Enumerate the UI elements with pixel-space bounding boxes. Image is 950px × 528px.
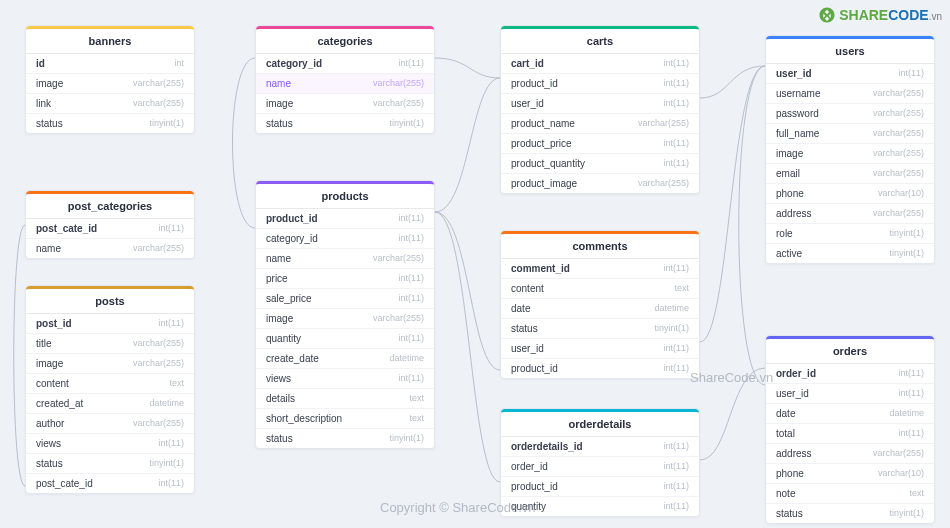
- column-row[interactable]: product_quantityint(11): [501, 154, 699, 174]
- column-name: address: [776, 208, 812, 219]
- column-row[interactable]: product_priceint(11): [501, 134, 699, 154]
- column-row[interactable]: product_idint(11): [501, 359, 699, 378]
- column-name: cart_id: [511, 58, 544, 69]
- column-type: int(11): [398, 58, 424, 69]
- column-row[interactable]: activetinyint(1): [766, 244, 934, 263]
- column-row[interactable]: product_idint(11): [501, 477, 699, 497]
- column-row[interactable]: user_idint(11): [766, 384, 934, 404]
- column-row[interactable]: statustinyint(1): [256, 429, 434, 448]
- column-row[interactable]: category_idint(11): [256, 54, 434, 74]
- column-name: quantity: [266, 333, 301, 344]
- column-row[interactable]: product_idint(11): [256, 209, 434, 229]
- column-row[interactable]: totalint(11): [766, 424, 934, 444]
- column-type: varchar(255): [373, 98, 424, 109]
- table-categories[interactable]: categoriescategory_idint(11)namevarchar(…: [255, 25, 435, 134]
- column-row[interactable]: viewsint(11): [256, 369, 434, 389]
- column-name: phone: [776, 188, 804, 199]
- column-name: category_id: [266, 233, 318, 244]
- column-row[interactable]: namevarchar(255): [26, 239, 194, 258]
- column-type: int(11): [398, 333, 424, 344]
- column-type: int(11): [398, 373, 424, 384]
- column-row[interactable]: namevarchar(255): [256, 74, 434, 94]
- column-row[interactable]: quantityint(11): [501, 497, 699, 516]
- table-orderdetails[interactable]: orderdetailsorderdetails_idint(11)order_…: [500, 408, 700, 517]
- column-row[interactable]: imagevarchar(255): [26, 74, 194, 94]
- column-type: int(11): [663, 501, 689, 512]
- column-row[interactable]: product_idint(11): [501, 74, 699, 94]
- table-banners[interactable]: bannersidintimagevarchar(255)linkvarchar…: [25, 25, 195, 134]
- column-row[interactable]: statustinyint(1): [26, 114, 194, 133]
- column-row[interactable]: product_imagevarchar(255): [501, 174, 699, 193]
- column-row[interactable]: imagevarchar(255): [26, 354, 194, 374]
- column-name: views: [36, 438, 61, 449]
- table-carts[interactable]: cartscart_idint(11)product_idint(11)user…: [500, 25, 700, 194]
- table-header: comments: [501, 231, 699, 259]
- column-name: id: [36, 58, 45, 69]
- column-name: views: [266, 373, 291, 384]
- column-name: image: [36, 358, 63, 369]
- column-row[interactable]: order_idint(11): [766, 364, 934, 384]
- column-row[interactable]: viewsint(11): [26, 434, 194, 454]
- table-comments[interactable]: commentscomment_idint(11)contenttextdate…: [500, 230, 700, 379]
- column-row[interactable]: statustinyint(1): [26, 454, 194, 474]
- column-row[interactable]: authorvarchar(255): [26, 414, 194, 434]
- column-row[interactable]: user_idint(11): [766, 64, 934, 84]
- column-row[interactable]: datedatetime: [501, 299, 699, 319]
- column-row[interactable]: contenttext: [501, 279, 699, 299]
- column-type: int(11): [158, 318, 184, 329]
- column-name: email: [776, 168, 800, 179]
- column-row[interactable]: orderdetails_idint(11): [501, 437, 699, 457]
- column-row[interactable]: priceint(11): [256, 269, 434, 289]
- column-row[interactable]: titlevarchar(255): [26, 334, 194, 354]
- column-name: user_id: [511, 343, 544, 354]
- column-row[interactable]: imagevarchar(255): [256, 309, 434, 329]
- table-products[interactable]: productsproduct_idint(11)category_idint(…: [255, 180, 435, 449]
- column-type: varchar(255): [373, 313, 424, 324]
- column-row[interactable]: post_cate_idint(11): [26, 474, 194, 493]
- column-type: varchar(255): [873, 88, 924, 99]
- column-row[interactable]: post_idint(11): [26, 314, 194, 334]
- table-users[interactable]: usersuser_idint(11)usernamevarchar(255)p…: [765, 35, 935, 264]
- column-row[interactable]: full_namevarchar(255): [766, 124, 934, 144]
- column-row[interactable]: namevarchar(255): [256, 249, 434, 269]
- table-post_categories[interactable]: post_categoriespost_cate_idint(11)nameva…: [25, 190, 195, 259]
- column-row[interactable]: imagevarchar(255): [256, 94, 434, 114]
- column-row[interactable]: product_namevarchar(255): [501, 114, 699, 134]
- column-name: post_id: [36, 318, 72, 329]
- column-type: varchar(255): [133, 418, 184, 429]
- column-row[interactable]: sale_priceint(11): [256, 289, 434, 309]
- column-row[interactable]: linkvarchar(255): [26, 94, 194, 114]
- column-row[interactable]: short_descriptiontext: [256, 409, 434, 429]
- column-row[interactable]: order_idint(11): [501, 457, 699, 477]
- column-row[interactable]: post_cate_idint(11): [26, 219, 194, 239]
- table-orders[interactable]: ordersorder_idint(11)user_idint(11)dated…: [765, 335, 935, 524]
- column-row[interactable]: statustinyint(1): [766, 504, 934, 523]
- column-row[interactable]: created_atdatetime: [26, 394, 194, 414]
- column-row[interactable]: phonevarchar(10): [766, 464, 934, 484]
- column-name: full_name: [776, 128, 819, 139]
- column-row[interactable]: notetext: [766, 484, 934, 504]
- column-row[interactable]: addressvarchar(255): [766, 444, 934, 464]
- column-row[interactable]: cart_idint(11): [501, 54, 699, 74]
- column-row[interactable]: passwordvarchar(255): [766, 104, 934, 124]
- column-row[interactable]: statustinyint(1): [501, 319, 699, 339]
- column-row[interactable]: statustinyint(1): [256, 114, 434, 133]
- column-row[interactable]: user_idint(11): [501, 339, 699, 359]
- column-row[interactable]: addressvarchar(255): [766, 204, 934, 224]
- column-row[interactable]: usernamevarchar(255): [766, 84, 934, 104]
- column-name: content: [511, 283, 544, 294]
- column-row[interactable]: comment_idint(11): [501, 259, 699, 279]
- column-row[interactable]: phonevarchar(10): [766, 184, 934, 204]
- column-row[interactable]: imagevarchar(255): [766, 144, 934, 164]
- column-row[interactable]: detailstext: [256, 389, 434, 409]
- column-row[interactable]: roletinyint(1): [766, 224, 934, 244]
- column-row[interactable]: datedatetime: [766, 404, 934, 424]
- column-row[interactable]: category_idint(11): [256, 229, 434, 249]
- table-posts[interactable]: postspost_idint(11)titlevarchar(255)imag…: [25, 285, 195, 494]
- column-row[interactable]: emailvarchar(255): [766, 164, 934, 184]
- column-row[interactable]: quantityint(11): [256, 329, 434, 349]
- column-row[interactable]: create_datedatetime: [256, 349, 434, 369]
- column-row[interactable]: user_idint(11): [501, 94, 699, 114]
- column-row[interactable]: idint: [26, 54, 194, 74]
- column-row[interactable]: contenttext: [26, 374, 194, 394]
